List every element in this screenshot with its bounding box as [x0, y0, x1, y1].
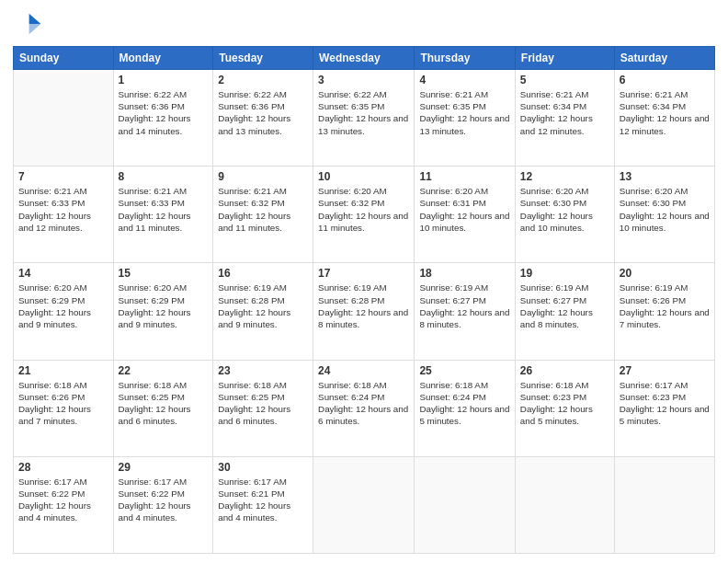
- day-info: Sunrise: 6:19 AMSunset: 6:28 PMDaylight:…: [318, 282, 409, 330]
- day-number: 2: [218, 74, 308, 86]
- calendar-header-tuesday: Tuesday: [213, 47, 313, 70]
- day-info: Sunrise: 6:20 AMSunset: 6:32 PMDaylight:…: [318, 185, 409, 234]
- calendar-header-friday: Friday: [515, 47, 614, 70]
- calendar-header-monday: Monday: [113, 47, 213, 70]
- logo: [13, 9, 46, 39]
- calendar-cell: 29Sunrise: 6:17 AMSunset: 6:22 PMDayligh…: [113, 456, 213, 553]
- calendar-cell: 8Sunrise: 6:21 AMSunset: 6:33 PMDaylight…: [113, 167, 213, 263]
- calendar-header-row: SundayMondayTuesdayWednesdayThursdayFrid…: [14, 47, 715, 70]
- day-info: Sunrise: 6:18 AMSunset: 6:25 PMDaylight:…: [218, 379, 308, 428]
- calendar-cell: 28Sunrise: 6:17 AMSunset: 6:22 PMDayligh…: [14, 456, 114, 553]
- day-number: 13: [620, 170, 710, 183]
- calendar-cell: 21Sunrise: 6:18 AMSunset: 6:26 PMDayligh…: [14, 360, 114, 456]
- calendar-week-2: 7Sunrise: 6:21 AMSunset: 6:33 PMDaylight…: [14, 167, 715, 263]
- calendar-cell: 26Sunrise: 6:18 AMSunset: 6:23 PMDayligh…: [515, 360, 614, 456]
- day-info: Sunrise: 6:20 AMSunset: 6:30 PMDaylight:…: [620, 185, 710, 234]
- day-number: 26: [520, 364, 609, 377]
- day-number: 27: [620, 364, 710, 377]
- day-number: 8: [119, 170, 209, 183]
- day-number: 5: [520, 74, 609, 86]
- day-number: 16: [218, 267, 308, 280]
- calendar-cell: [14, 70, 114, 167]
- calendar-week-5: 28Sunrise: 6:17 AMSunset: 6:22 PMDayligh…: [14, 456, 715, 553]
- page: SundayMondayTuesdayWednesdayThursdayFrid…: [0, 0, 728, 563]
- calendar-table: SundayMondayTuesdayWednesdayThursdayFrid…: [13, 46, 715, 554]
- day-number: 20: [620, 267, 710, 280]
- calendar-cell: 24Sunrise: 6:18 AMSunset: 6:24 PMDayligh…: [313, 360, 415, 456]
- calendar-cell: 27Sunrise: 6:17 AMSunset: 6:23 PMDayligh…: [614, 360, 714, 456]
- calendar-cell: 13Sunrise: 6:20 AMSunset: 6:30 PMDayligh…: [614, 167, 714, 263]
- day-info: Sunrise: 6:18 AMSunset: 6:23 PMDaylight:…: [520, 379, 609, 428]
- day-info: Sunrise: 6:20 AMSunset: 6:31 PMDaylight:…: [419, 185, 509, 234]
- day-info: Sunrise: 6:21 AMSunset: 6:33 PMDaylight:…: [18, 185, 108, 234]
- calendar-week-4: 21Sunrise: 6:18 AMSunset: 6:26 PMDayligh…: [14, 360, 715, 456]
- day-number: 28: [18, 461, 108, 474]
- calendar-cell: 10Sunrise: 6:20 AMSunset: 6:32 PMDayligh…: [313, 167, 415, 263]
- day-number: 29: [119, 461, 209, 474]
- day-number: 7: [18, 170, 108, 183]
- day-number: 9: [218, 170, 308, 183]
- calendar-cell: 11Sunrise: 6:20 AMSunset: 6:31 PMDayligh…: [415, 167, 515, 263]
- calendar-cell: 9Sunrise: 6:21 AMSunset: 6:32 PMDaylight…: [213, 167, 313, 263]
- day-info: Sunrise: 6:18 AMSunset: 6:25 PMDaylight:…: [119, 379, 209, 428]
- svg-marker-0: [29, 14, 41, 24]
- day-number: 11: [419, 170, 509, 183]
- calendar-cell: 16Sunrise: 6:19 AMSunset: 6:28 PMDayligh…: [213, 263, 313, 360]
- calendar-cell: [313, 456, 415, 553]
- day-info: Sunrise: 6:22 AMSunset: 6:36 PMDaylight:…: [218, 88, 308, 137]
- logo-icon: [13, 9, 42, 39]
- day-number: 17: [318, 267, 409, 280]
- calendar-week-1: 1Sunrise: 6:22 AMSunset: 6:36 PMDaylight…: [14, 70, 715, 167]
- calendar-cell: 2Sunrise: 6:22 AMSunset: 6:36 PMDaylight…: [213, 70, 313, 167]
- calendar-cell: 18Sunrise: 6:19 AMSunset: 6:27 PMDayligh…: [415, 263, 515, 360]
- calendar-cell: 7Sunrise: 6:21 AMSunset: 6:33 PMDaylight…: [14, 167, 114, 263]
- day-info: Sunrise: 6:21 AMSunset: 6:33 PMDaylight:…: [119, 185, 209, 234]
- day-info: Sunrise: 6:22 AMSunset: 6:35 PMDaylight:…: [318, 88, 409, 137]
- day-info: Sunrise: 6:19 AMSunset: 6:27 PMDaylight:…: [419, 282, 509, 330]
- calendar-cell: 22Sunrise: 6:18 AMSunset: 6:25 PMDayligh…: [113, 360, 213, 456]
- day-number: 10: [318, 170, 409, 183]
- day-number: 21: [18, 364, 108, 377]
- calendar-cell: 4Sunrise: 6:21 AMSunset: 6:35 PMDaylight…: [415, 70, 515, 167]
- calendar-cell: [614, 456, 714, 553]
- calendar-header-saturday: Saturday: [614, 47, 714, 70]
- day-number: 14: [18, 267, 108, 280]
- day-number: 30: [218, 461, 308, 474]
- day-info: Sunrise: 6:18 AMSunset: 6:26 PMDaylight:…: [18, 379, 108, 428]
- calendar-cell: 3Sunrise: 6:22 AMSunset: 6:35 PMDaylight…: [313, 70, 415, 167]
- calendar-cell: 15Sunrise: 6:20 AMSunset: 6:29 PMDayligh…: [113, 263, 213, 360]
- day-info: Sunrise: 6:20 AMSunset: 6:29 PMDaylight:…: [18, 282, 108, 330]
- calendar-header-wednesday: Wednesday: [313, 47, 415, 70]
- calendar-cell: 17Sunrise: 6:19 AMSunset: 6:28 PMDayligh…: [313, 263, 415, 360]
- day-number: 18: [419, 267, 509, 280]
- calendar-header-thursday: Thursday: [415, 47, 515, 70]
- calendar-cell: 30Sunrise: 6:17 AMSunset: 6:21 PMDayligh…: [213, 456, 313, 553]
- day-number: 3: [318, 74, 409, 86]
- header: [13, 9, 715, 39]
- calendar-week-3: 14Sunrise: 6:20 AMSunset: 6:29 PMDayligh…: [14, 263, 715, 360]
- calendar-cell: 14Sunrise: 6:20 AMSunset: 6:29 PMDayligh…: [14, 263, 114, 360]
- day-info: Sunrise: 6:19 AMSunset: 6:28 PMDaylight:…: [218, 282, 308, 330]
- day-number: 24: [318, 364, 409, 377]
- calendar-cell: 19Sunrise: 6:19 AMSunset: 6:27 PMDayligh…: [515, 263, 614, 360]
- day-number: 6: [620, 74, 710, 86]
- calendar-cell: 5Sunrise: 6:21 AMSunset: 6:34 PMDaylight…: [515, 70, 614, 167]
- calendar-cell: 20Sunrise: 6:19 AMSunset: 6:26 PMDayligh…: [614, 263, 714, 360]
- calendar-cell: 12Sunrise: 6:20 AMSunset: 6:30 PMDayligh…: [515, 167, 614, 263]
- day-number: 4: [419, 74, 509, 86]
- day-info: Sunrise: 6:19 AMSunset: 6:27 PMDaylight:…: [520, 282, 609, 330]
- calendar-cell: [515, 456, 614, 553]
- day-info: Sunrise: 6:18 AMSunset: 6:24 PMDaylight:…: [419, 379, 509, 428]
- calendar-cell: 25Sunrise: 6:18 AMSunset: 6:24 PMDayligh…: [415, 360, 515, 456]
- calendar-cell: 23Sunrise: 6:18 AMSunset: 6:25 PMDayligh…: [213, 360, 313, 456]
- calendar-cell: [415, 456, 515, 553]
- day-number: 22: [119, 364, 209, 377]
- day-number: 15: [119, 267, 209, 280]
- day-info: Sunrise: 6:21 AMSunset: 6:35 PMDaylight:…: [419, 88, 509, 137]
- day-number: 12: [520, 170, 609, 183]
- calendar-cell: 1Sunrise: 6:22 AMSunset: 6:36 PMDaylight…: [113, 70, 213, 167]
- day-info: Sunrise: 6:17 AMSunset: 6:23 PMDaylight:…: [620, 379, 710, 428]
- day-info: Sunrise: 6:17 AMSunset: 6:22 PMDaylight:…: [119, 476, 209, 524]
- day-info: Sunrise: 6:18 AMSunset: 6:24 PMDaylight:…: [318, 379, 409, 428]
- calendar-header-sunday: Sunday: [14, 47, 114, 70]
